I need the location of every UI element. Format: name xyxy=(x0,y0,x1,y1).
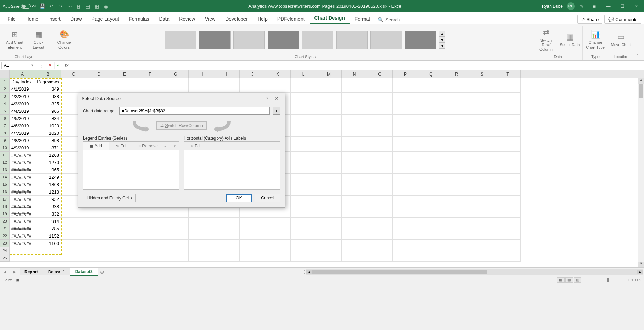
close-dialog-icon[interactable]: ✕ xyxy=(272,94,282,103)
edit-series-button: ✎Edit xyxy=(109,142,135,150)
axis-labels-heading: Horizontal (Category) Axis Labels xyxy=(184,136,280,141)
curve-arrow-left-icon xyxy=(133,120,153,132)
hidden-empty-cells-button[interactable]: Hidden and Empty Cells xyxy=(83,194,136,202)
edit-icon: ✎ xyxy=(190,144,193,148)
edit-axis-button: ✎Edit xyxy=(184,142,208,150)
ok-button[interactable]: OK xyxy=(226,194,252,202)
move-up-icon: ▲ xyxy=(161,142,170,150)
legend-entries-heading: Legend Entries (Series) xyxy=(83,136,179,141)
add-series-button[interactable]: ▦Add xyxy=(83,142,109,150)
edit-icon: ✎ xyxy=(116,144,119,148)
cancel-button[interactable]: Cancel xyxy=(255,194,280,202)
series-listbox[interactable] xyxy=(83,150,179,190)
chart-data-range-input[interactable] xyxy=(119,107,270,115)
remove-series-button: ✕Remove xyxy=(135,142,161,150)
move-down-icon: ▼ xyxy=(170,142,179,150)
axis-labels-section: Horizontal (Category) Axis Labels ✎Edit xyxy=(184,136,280,190)
dialog-titlebar[interactable]: Select Data Source ? ✕ xyxy=(78,93,285,104)
remove-icon: ✕ xyxy=(138,144,141,148)
modal-overlay: Select Data Source ? ✕ Chart data range:… xyxy=(0,0,644,330)
add-icon: ▦ xyxy=(90,144,93,148)
switch-row-column-button: ⇄ Switch Row/Column xyxy=(156,121,206,130)
collapse-dialog-icon[interactable]: ↥ xyxy=(273,107,280,115)
curve-arrow-right-icon xyxy=(210,120,231,132)
select-data-source-dialog: Select Data Source ? ✕ Chart data range:… xyxy=(78,93,285,208)
help-icon[interactable]: ? xyxy=(262,94,272,103)
chart-data-range-label: Chart data range: xyxy=(83,108,116,113)
switch-icon: ⇄ xyxy=(160,123,164,128)
axis-listbox[interactable] xyxy=(184,150,280,190)
dialog-title-text: Select Data Source xyxy=(82,96,121,101)
legend-entries-section: Legend Entries (Series) ▦Add ✎Edit ✕Remo… xyxy=(83,136,179,190)
